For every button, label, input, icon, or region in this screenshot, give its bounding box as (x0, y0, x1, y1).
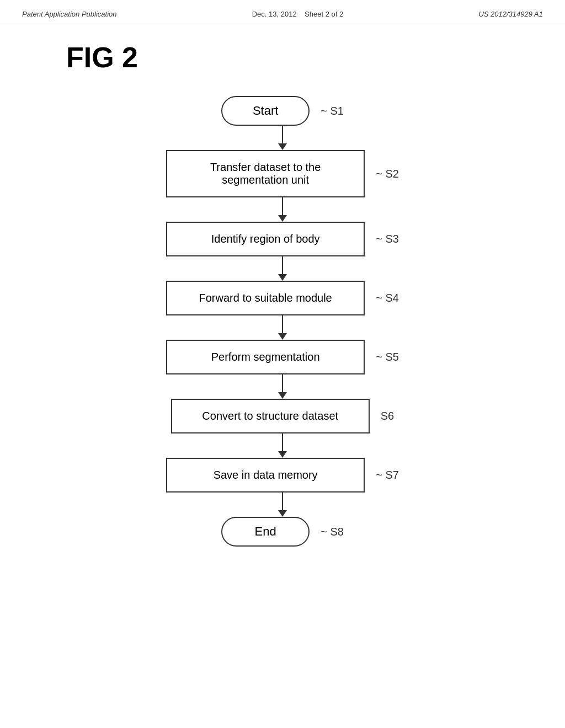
arrow-s1-s2 (278, 126, 287, 150)
node-s2: Transfer dataset to thesegmentation unit (166, 150, 365, 197)
arrow-s2-s3 (278, 197, 287, 222)
arrow-head (278, 143, 287, 150)
arrow-head (278, 510, 287, 517)
arrow-head (278, 215, 287, 222)
header-center: Dec. 13, 2012 Sheet 2 of 2 (252, 10, 344, 18)
node-end: End (221, 517, 310, 547)
step-label-s5: ~ S5 (376, 351, 399, 363)
arrow-s5-s6 (278, 374, 287, 399)
page-header: Patent Application Publication Dec. 13, … (0, 0, 565, 24)
page-content: FIG 2 Start ~ S1 Transfer dataset to the… (0, 24, 565, 563)
arrow-line (282, 197, 283, 215)
arrow-line (282, 374, 283, 392)
node-wrapper-s4: Forward to suitable module ~ S4 (166, 281, 399, 315)
arrow-line (282, 433, 283, 451)
node-s4: Forward to suitable module (166, 281, 365, 315)
flowchart: Start ~ S1 Transfer dataset to thesegmen… (33, 96, 532, 547)
arrow-head (278, 451, 287, 458)
node-wrapper-s7: Save in data memory ~ S7 (166, 458, 399, 493)
arrow-s4-s5 (278, 315, 287, 340)
node-s6: Convert to structure dataset (171, 399, 370, 433)
flow-row-s2: Transfer dataset to thesegmentation unit… (33, 150, 532, 197)
flow-row-s7: Save in data memory ~ S7 (33, 458, 532, 493)
flow-row-s1: Start ~ S1 (33, 96, 532, 126)
arrow-s3-s4 (278, 256, 287, 281)
node-wrapper-s3: Identify region of body ~ S3 (166, 222, 399, 256)
step-label-s6: S6 (381, 410, 394, 422)
node-wrapper-s1: Start ~ S1 (221, 96, 344, 126)
arrow-line (282, 126, 283, 143)
arrow-s7-s8 (278, 493, 287, 517)
step-label-s8: ~ S8 (321, 526, 344, 538)
step-label-s7: ~ S7 (376, 469, 399, 481)
flow-row-s3: Identify region of body ~ S3 (33, 222, 532, 256)
node-s5: Perform segmentation (166, 340, 365, 374)
arrow-line (282, 493, 283, 510)
node-s3: Identify region of body (166, 222, 365, 256)
header-right: US 2012/314929 A1 (478, 10, 543, 18)
flow-row-s6: Convert to structure dataset S6 (33, 399, 532, 433)
node-s7: Save in data memory (166, 458, 365, 493)
step-label-s1: ~ S1 (321, 105, 344, 117)
arrow-head (278, 333, 287, 340)
step-label-s3: ~ S3 (376, 233, 399, 245)
flow-row-s5: Perform segmentation ~ S5 (33, 340, 532, 374)
node-start: Start (221, 96, 310, 126)
flow-row-s4: Forward to suitable module ~ S4 (33, 281, 532, 315)
arrow-line (282, 256, 283, 274)
flow-row-s8: End ~ S8 (33, 517, 532, 547)
header-sheet: Sheet 2 of 2 (305, 10, 343, 18)
node-wrapper-s6: Convert to structure dataset S6 (171, 399, 394, 433)
node-wrapper-s5: Perform segmentation ~ S5 (166, 340, 399, 374)
arrow-head (278, 392, 287, 399)
arrow-head (278, 274, 287, 281)
header-date: Dec. 13, 2012 (252, 10, 297, 18)
arrow-line (282, 315, 283, 333)
step-label-s2: ~ S2 (376, 168, 399, 180)
node-wrapper-s2: Transfer dataset to thesegmentation unit… (166, 150, 399, 197)
step-label-s4: ~ S4 (376, 292, 399, 304)
arrow-s6-s7 (278, 433, 287, 458)
header-left: Patent Application Publication (22, 10, 117, 18)
figure-title: FIG 2 (66, 41, 138, 74)
node-wrapper-s8: End ~ S8 (221, 517, 344, 547)
